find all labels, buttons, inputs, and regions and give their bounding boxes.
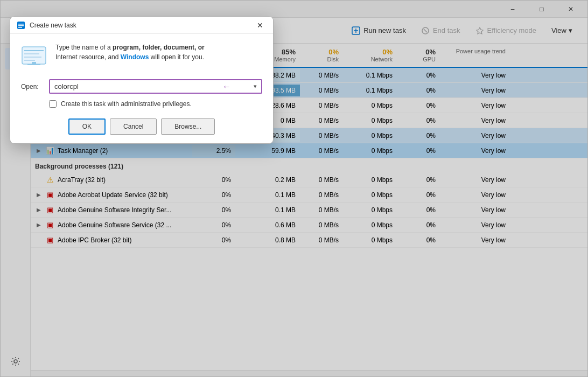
admin-privileges-label: Create this task with administrative pri… [61,100,192,108]
dialog-buttons: OK Cancel Browse... [21,118,262,135]
dialog-title-text: Create new task [30,22,251,29]
dialog-close-button[interactable]: ✕ [251,18,269,33]
dialog-title-icon [17,21,25,30]
dialog-body: Type the name of a program, folder, docu… [10,34,273,143]
admin-privileges-checkbox[interactable] [49,100,57,108]
svg-rect-19 [32,62,36,64]
dialog-titlebar: Create new task ✕ [10,17,273,34]
svg-rect-20 [27,64,40,65]
open-input[interactable] [50,80,249,93]
cancel-button[interactable]: Cancel [110,118,157,135]
dialog-app-icon [21,43,47,68]
svg-rect-14 [22,47,46,64]
svg-rect-12 [18,25,24,26]
browse-button[interactable]: Browse... [161,118,215,135]
open-input-wrapper: ← ▾ [49,79,262,94]
svg-rect-15 [24,50,44,51]
dialog-description: Type the name of a program, folder, docu… [55,43,205,62]
open-row: Open: ← ▾ [21,79,262,94]
dialog-header-row: Type the name of a program, folder, docu… [21,43,262,68]
open-label: Open: [21,83,43,90]
svg-rect-13 [18,27,22,28]
dialog-overlay: Create new task ✕ [0,0,588,377]
svg-rect-18 [24,60,35,61]
checkbox-row: Create this task with administrative pri… [49,100,262,108]
svg-rect-17 [24,57,41,58]
left-arrow-icon: ← [222,82,231,92]
create-new-task-dialog: Create new task ✕ [10,16,274,144]
dropdown-arrow-icon[interactable]: ▾ [249,81,261,92]
svg-rect-11 [18,24,24,25]
ok-button[interactable]: OK [68,118,106,135]
svg-rect-16 [24,53,39,54]
